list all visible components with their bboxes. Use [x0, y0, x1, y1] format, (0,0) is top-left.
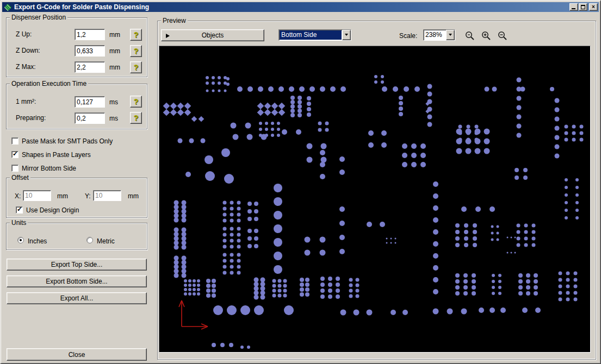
zoom-in-icon[interactable] — [481, 30, 492, 41]
mirror-bottom-label: Mirror Bottom Side — [22, 165, 76, 172]
close-icon: × — [592, 4, 595, 10]
chevron-down-icon[interactable] — [446, 30, 455, 40]
preview-legend: Preview — [161, 17, 188, 24]
offset-legend: Offset — [10, 174, 30, 181]
z-up-label: Z Up: — [16, 30, 32, 38]
export-all-button[interactable]: Export All... — [7, 292, 147, 304]
preview-canvas[interactable] — [159, 46, 591, 353]
minimize-button[interactable] — [569, 3, 578, 11]
z-up-help-button[interactable]: ? — [130, 29, 142, 41]
z-max-help-button[interactable]: ? — [130, 61, 142, 73]
preparing-input[interactable] — [75, 112, 105, 124]
offset-x-unit: mm — [57, 192, 68, 200]
z-down-unit: mm — [109, 47, 120, 55]
z-down-input[interactable] — [75, 45, 105, 57]
export-top-side-label: Export Top Side... — [51, 261, 103, 268]
help-icon: ? — [134, 97, 139, 106]
close-button[interactable]: Close — [7, 348, 147, 361]
z-max-unit: mm — [109, 64, 120, 71]
preparing-label: Preparing: — [16, 114, 46, 122]
zoom-window-icon[interactable] — [464, 30, 475, 41]
mirror-bottom-checkbox[interactable]: ✓ — [11, 165, 18, 172]
side-select[interactable]: Bottom Side — [278, 29, 351, 41]
offset-y-unit: mm — [128, 192, 139, 200]
export-gcode-dialog: Export G-Code for Solder Paste Dispensin… — [0, 0, 601, 364]
scale-label: Scale: — [399, 32, 417, 40]
play-icon — [166, 34, 172, 38]
dispenser-position-legend: Dispenser Position — [10, 14, 67, 21]
zoom-out-icon[interactable] — [497, 30, 508, 41]
close-window-button[interactable]: × — [589, 3, 598, 11]
title-bar[interactable]: Export G-Code for Solder Paste Dispensin… — [2, 2, 599, 12]
z-up-unit: mm — [109, 31, 120, 39]
use-design-origin-label: Use Design Origin — [26, 206, 79, 214]
z-max-label: Z Max: — [16, 63, 36, 71]
maximize-button[interactable] — [579, 3, 587, 11]
mm2-label: 1 mm²: — [16, 98, 36, 105]
chevron-down-icon[interactable] — [342, 30, 351, 40]
metric-label: Metric — [97, 237, 115, 245]
side-select-value: Bottom Side — [280, 30, 342, 40]
preparing-unit: ms — [109, 115, 118, 122]
app-icon — [4, 3, 12, 11]
shapes-paste-label: Shapes in Paste Layers — [22, 151, 91, 159]
check-icon: ✓ — [13, 150, 18, 158]
scale-value: 238% — [424, 30, 446, 40]
offset-y-label: Y: — [85, 192, 91, 200]
close-label: Close — [69, 351, 85, 359]
z-down-help-button[interactable]: ? — [130, 45, 142, 57]
objects-label: Objects — [202, 32, 224, 39]
export-all-label: Export All... — [60, 294, 94, 302]
export-bottom-side-label: Export Bottom Side... — [46, 278, 107, 285]
offset-y-input[interactable] — [93, 190, 121, 201]
z-down-label: Z Down: — [16, 47, 40, 54]
help-icon: ? — [134, 63, 139, 72]
help-icon: ? — [134, 114, 139, 122]
export-top-side-button[interactable]: Export Top Side... — [7, 259, 147, 271]
objects-button[interactable]: Objects — [161, 29, 264, 41]
operation-time-legend: Operation Execution Time — [10, 80, 88, 87]
z-up-input[interactable] — [75, 29, 105, 40]
preparing-help-button[interactable]: ? — [130, 112, 142, 124]
metric-radio[interactable] — [86, 237, 93, 243]
export-bottom-side-button[interactable]: Export Bottom Side... — [7, 275, 147, 287]
minimize-icon — [572, 8, 575, 9]
help-icon: ? — [134, 47, 139, 55]
paste-mask-label: Paste Mask for SMT Pads Only — [22, 137, 113, 145]
mm2-help-button[interactable]: ? — [130, 96, 142, 108]
inches-radio[interactable] — [17, 237, 24, 243]
check-icon: ✓ — [17, 205, 22, 213]
help-icon: ? — [134, 30, 139, 39]
window-title: Export G-Code for Solder Paste Dispensin… — [14, 3, 149, 11]
radio-dot-icon — [20, 239, 22, 241]
units-group: Units — [6, 223, 147, 250]
offset-x-label: X: — [15, 192, 21, 200]
inches-label: Inches — [28, 237, 47, 245]
units-legend: Units — [10, 219, 28, 227]
z-max-input[interactable] — [75, 61, 105, 73]
mm2-input[interactable] — [75, 96, 105, 108]
shapes-paste-checkbox[interactable]: ✓ — [11, 151, 18, 158]
maximize-icon — [581, 5, 585, 9]
paste-mask-checkbox[interactable]: ✓ — [11, 137, 18, 145]
use-design-origin-checkbox[interactable]: ✓ — [16, 206, 23, 214]
offset-x-input[interactable] — [23, 190, 51, 201]
mm2-unit: ms — [109, 98, 118, 106]
pcb-pads-layer — [159, 46, 590, 352]
scale-select[interactable]: 238% — [423, 29, 455, 41]
